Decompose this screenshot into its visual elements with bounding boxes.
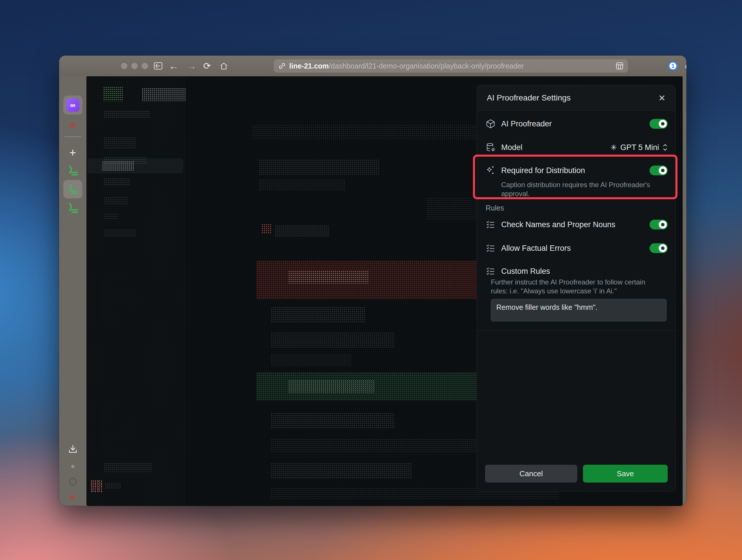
redacted-caption-row (259, 159, 380, 175)
browser-window: ← → ⟳ line-21.com/dashboard/l21-demo-org… (59, 56, 686, 506)
redacted-sidebar-row (104, 178, 130, 186)
select-chevrons-icon (662, 144, 668, 151)
redacted-sidebar-row (104, 197, 128, 204)
close-icon[interactable]: ✕ (656, 92, 668, 104)
redacted-caption-row (271, 412, 394, 429)
app-body: ∞ ✕ + (59, 76, 686, 506)
url-path: /dashboard/l21-demo-organisation/playbac… (329, 62, 524, 70)
sidebar-toggle-icon[interactable] (152, 56, 164, 76)
model-row: Model ✳ GPT 5 Mini (477, 139, 676, 156)
allow-factual-toggle[interactable] (649, 243, 668, 253)
custom-rules-label: Custom Rules (501, 267, 668, 276)
sidebar-selected-row[interactable] (88, 158, 183, 173)
panel-header: AI Proofreader Settings ✕ (477, 85, 675, 111)
sparkles-icon (486, 166, 495, 175)
model-database-icon (486, 143, 495, 152)
icloud-icon[interactable] (684, 56, 686, 76)
checklist-icon (486, 266, 495, 276)
redacted-sidebar-row (104, 213, 119, 219)
check-names-label: Check Names and Proper Nouns (501, 220, 649, 229)
line21-logo-icon: ∞ (66, 99, 80, 112)
caption-track-icon-3[interactable] (59, 200, 87, 216)
minimize-window-button[interactable] (131, 63, 138, 69)
model-value: GPT 5 Mini (620, 143, 659, 152)
model-label: Model (501, 143, 611, 152)
redacted-caption-row (275, 225, 329, 237)
rail-add-icon[interactable]: + (59, 144, 87, 161)
redacted-caption-row (271, 354, 352, 366)
ai-proofreader-settings-panel: AI Proofreader Settings ✕ AI Proofreader (477, 85, 676, 492)
status-ring (59, 477, 87, 486)
ai-proofreader-row: AI Proofreader (477, 116, 676, 132)
caption-track-icon-2-selected[interactable] (59, 179, 87, 199)
reload-icon[interactable]: ⟳ (201, 56, 213, 76)
desktop: ← → ⟳ line-21.com/dashboard/l21-demo-org… (0, 0, 742, 560)
home-icon[interactable] (217, 56, 230, 76)
forward-icon[interactable]: → (185, 56, 198, 76)
redacted-sidebar-row (105, 483, 121, 489)
zoom-window-button[interactable] (142, 63, 148, 69)
cube-icon (486, 119, 495, 129)
custom-rules-description: Further instruct the AI Proofreader to f… (491, 278, 664, 295)
redacted-sidebar-row (104, 463, 152, 472)
rail-close-icon-bottom[interactable]: ✕ (59, 490, 87, 505)
close-window-button[interactable] (121, 63, 127, 69)
error-x-redacted-icon (262, 224, 271, 234)
cancel-button[interactable]: Cancel (485, 465, 577, 483)
check-names-row: Check Names and Proper Nouns (477, 217, 676, 233)
required-distribution-description: Caption distribution requires the AI Pro… (501, 180, 662, 198)
allow-factual-label: Allow Factual Errors (501, 244, 649, 253)
ai-proofreader-toggle[interactable] (649, 119, 668, 129)
check-names-toggle[interactable] (649, 220, 668, 229)
ai-proofreader-label: AI Proofreader (501, 119, 649, 128)
url-field[interactable]: line-21.com/dashboard/l21-demo-organisat… (274, 59, 628, 72)
rail-close-icon[interactable]: ✕ (59, 117, 87, 134)
redacted-caption-row (271, 332, 394, 347)
caption-track-icon-1[interactable] (59, 163, 87, 178)
save-button[interactable]: Save (583, 465, 668, 483)
url-domain: line-21.com (289, 62, 329, 70)
required-distribution-label: Required for Distribution (501, 166, 649, 175)
custom-rules-input[interactable]: Remove filler words like "hmm". (491, 299, 667, 321)
back-icon[interactable]: ← (167, 56, 180, 76)
required-distribution-toggle[interactable] (649, 166, 668, 175)
page-content: AI Proofreader Settings ✕ AI Proofreader (87, 76, 683, 506)
model-select[interactable]: ✳ GPT 5 Mini (611, 143, 668, 152)
reader-grid-icon[interactable] (616, 62, 623, 70)
allow-factual-row: Allow Factual Errors (477, 240, 676, 256)
status-dot (59, 463, 87, 469)
redacted-caption-row (271, 306, 366, 323)
redacted-caption-row (271, 463, 412, 479)
checklist-icon (486, 220, 495, 229)
download-icon[interactable] (59, 442, 87, 456)
link-icon (278, 62, 286, 70)
redacted-sidebar-row (104, 137, 136, 150)
redacted-logo-mark (103, 87, 124, 101)
rail-divider (59, 135, 87, 138)
checklist-icon (486, 243, 495, 253)
line21-app-tile[interactable]: ∞ (59, 92, 87, 118)
required-distribution-row: Required for Distribution (477, 162, 676, 178)
redacted-caption-row (271, 439, 478, 453)
openai-icon: ✳ (611, 143, 617, 152)
custom-rules-row: Custom Rules (477, 263, 676, 279)
panel-title: AI Proofreader Settings (487, 93, 571, 103)
panel-divider (477, 331, 676, 331)
redacted-sidebar-row (104, 110, 150, 118)
redacted-sidebar-row (104, 229, 136, 236)
rules-heading: Rules (486, 204, 504, 212)
redacted-caption-row (259, 179, 345, 191)
app-rail: ∞ ✕ + (59, 76, 87, 506)
browser-toolbar: ← → ⟳ line-21.com/dashboard/l21-demo-org… (59, 56, 686, 76)
redacted-logo-text (142, 88, 187, 101)
onepassword-extension-icon[interactable]: 1 (666, 56, 680, 76)
user-avatar-redacted[interactable] (91, 480, 103, 492)
